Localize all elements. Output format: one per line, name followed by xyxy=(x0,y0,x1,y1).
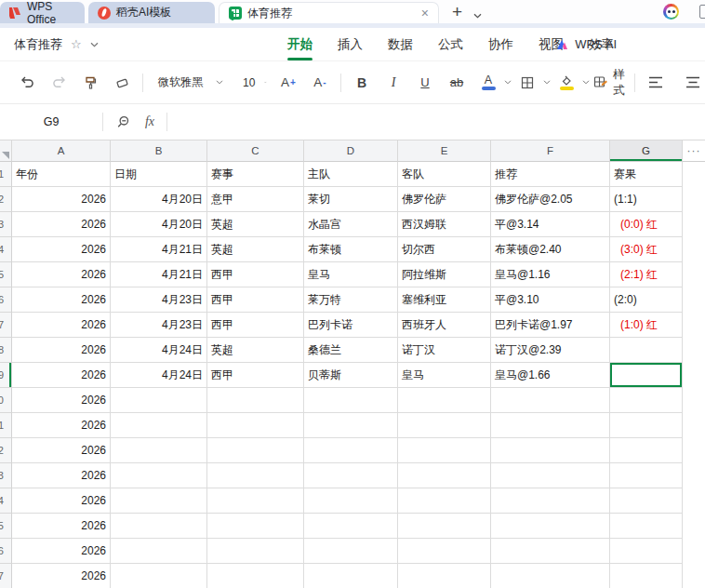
cell-G7[interactable]: (1:0) 红 xyxy=(610,313,683,338)
cell-A6[interactable]: 2026 xyxy=(12,287,111,313)
cell-B8[interactable]: 4月24日 xyxy=(111,338,207,363)
cell-G2[interactable]: (1:1) xyxy=(610,187,683,212)
cell-F12[interactable] xyxy=(491,438,610,463)
cell-F14[interactable] xyxy=(491,488,610,514)
cell-F11[interactable] xyxy=(491,413,610,438)
cell-D14[interactable] xyxy=(304,488,398,514)
menu-item-1[interactable]: 插入 xyxy=(337,33,364,57)
cell-A1[interactable]: 年份 xyxy=(12,162,111,187)
cell-C6[interactable]: 西甲 xyxy=(207,287,304,313)
wps-ai-button[interactable]: WPS AI xyxy=(555,37,617,51)
row-header-13[interactable]: 13 xyxy=(0,463,12,488)
cell-B2[interactable]: 4月20日 xyxy=(111,187,207,212)
cell-E11[interactable] xyxy=(398,413,491,438)
font-size-select[interactable]: 10 xyxy=(243,70,267,96)
cell-E13[interactable] xyxy=(398,463,491,488)
cell-F13[interactable] xyxy=(491,463,610,488)
row-header-4[interactable]: 4 xyxy=(0,237,12,262)
cell-D16[interactable] xyxy=(304,539,398,564)
cell-B10[interactable] xyxy=(111,388,207,413)
cell-F15[interactable] xyxy=(491,514,610,539)
cell-G13[interactable] xyxy=(610,463,683,488)
tab-docer-ai[interactable]: 稻壳AI模板 xyxy=(88,2,215,23)
cell-E2[interactable]: 佛罗伦萨 xyxy=(398,187,491,212)
align-left-button[interactable] xyxy=(644,70,668,96)
column-header-F[interactable]: F xyxy=(491,140,610,162)
cell-E4[interactable]: 切尔西 xyxy=(398,237,491,262)
underline-button[interactable]: U xyxy=(413,70,437,96)
menu-item-3[interactable]: 公式 xyxy=(437,33,464,57)
italic-button[interactable]: I xyxy=(381,70,406,96)
eraser-icon[interactable] xyxy=(110,70,134,96)
tab-wps-office[interactable]: WPS Office xyxy=(0,2,85,23)
cell-G12[interactable] xyxy=(610,438,683,463)
cell-B14[interactable] xyxy=(111,488,207,514)
row-header-9[interactable]: 9 xyxy=(0,363,12,388)
undo-button[interactable] xyxy=(15,70,39,96)
cell-A17[interactable]: 2026 xyxy=(12,564,111,588)
cell-E9[interactable]: 皇马 xyxy=(398,363,491,388)
cell-A12[interactable]: 2026 xyxy=(12,438,111,463)
cell-F10[interactable] xyxy=(491,388,610,413)
menu-item-4[interactable]: 协作 xyxy=(487,33,514,57)
cell-D4[interactable]: 布莱顿 xyxy=(304,237,398,262)
cell-C3[interactable]: 英超 xyxy=(207,212,304,237)
cell-E17[interactable] xyxy=(398,564,491,588)
cell-D8[interactable]: 桑德兰 xyxy=(304,338,398,363)
row-header-3[interactable]: 3 xyxy=(0,212,12,237)
doc-title-chevron-icon[interactable] xyxy=(90,42,99,47)
cell-E12[interactable] xyxy=(398,438,491,463)
cell-D6[interactable]: 莱万特 xyxy=(304,287,398,313)
format-painter-icon[interactable] xyxy=(78,70,102,96)
row-header-14[interactable]: 14 xyxy=(0,488,12,514)
cell-B12[interactable] xyxy=(111,438,207,463)
cell-A7[interactable]: 2026 xyxy=(12,313,111,338)
column-header-D[interactable]: D xyxy=(304,140,398,162)
cell-D13[interactable] xyxy=(304,463,398,488)
new-tab-button[interactable]: + xyxy=(452,3,462,20)
row-header-7[interactable]: 7 xyxy=(0,313,12,338)
cell-G1[interactable]: 赛果 xyxy=(610,162,683,187)
cell-A9[interactable]: 2026 xyxy=(12,363,111,388)
font-color-chevron-icon[interactable] xyxy=(500,70,515,96)
column-header-G[interactable]: G xyxy=(610,140,683,162)
cell-C10[interactable] xyxy=(207,388,304,413)
cell-F9[interactable]: 皇马@1.66 xyxy=(491,363,610,388)
cell-A5[interactable]: 2026 xyxy=(12,262,111,287)
cell-A16[interactable]: 2026 xyxy=(12,539,111,564)
cell-C14[interactable] xyxy=(207,488,304,514)
cell-C11[interactable] xyxy=(207,413,304,438)
cell-E15[interactable] xyxy=(398,514,491,539)
cell-G6[interactable]: (2:0) xyxy=(610,287,683,313)
cell-D10[interactable] xyxy=(304,388,398,413)
cell-B6[interactable]: 4月23日 xyxy=(111,287,207,313)
cell-B13[interactable] xyxy=(111,463,207,488)
cell-A3[interactable]: 2026 xyxy=(12,212,111,237)
cell-G16[interactable] xyxy=(610,539,683,564)
cell-D9[interactable]: 贝蒂斯 xyxy=(304,363,398,388)
cell-D17[interactable] xyxy=(304,564,398,588)
cell-A4[interactable]: 2026 xyxy=(12,237,111,262)
cell-C8[interactable]: 英超 xyxy=(207,338,304,363)
cell-G11[interactable] xyxy=(610,413,683,438)
more-columns-button[interactable]: ··· xyxy=(683,140,705,162)
cell-E3[interactable]: 西汉姆联 xyxy=(398,212,491,237)
cell-B7[interactable]: 4月23日 xyxy=(111,313,207,338)
cell-A15[interactable]: 2026 xyxy=(12,514,111,539)
cell-C9[interactable]: 西甲 xyxy=(207,363,304,388)
menu-item-2[interactable]: 数据 xyxy=(387,33,414,57)
cell-style-button[interactable]: 样式 xyxy=(597,70,626,96)
cell-F4[interactable]: 布莱顿@2.40 xyxy=(491,237,610,262)
cell-C2[interactable]: 意甲 xyxy=(207,187,304,212)
row-header-8[interactable]: 8 xyxy=(0,338,12,363)
menu-item-0[interactable]: 开始 xyxy=(286,33,313,57)
cell-B16[interactable] xyxy=(111,539,207,564)
cell-B5[interactable]: 4月21日 xyxy=(111,262,207,287)
cell-G3[interactable]: (0:0) 红 xyxy=(610,212,683,237)
cell-E16[interactable] xyxy=(398,539,491,564)
cell-D7[interactable]: 巴列卡诺 xyxy=(304,313,398,338)
tab-list-chevron-icon[interactable] xyxy=(473,13,482,19)
cell-F16[interactable] xyxy=(491,539,610,564)
increase-font-button[interactable]: A+ xyxy=(276,70,300,96)
column-header-C[interactable]: C xyxy=(207,140,304,162)
